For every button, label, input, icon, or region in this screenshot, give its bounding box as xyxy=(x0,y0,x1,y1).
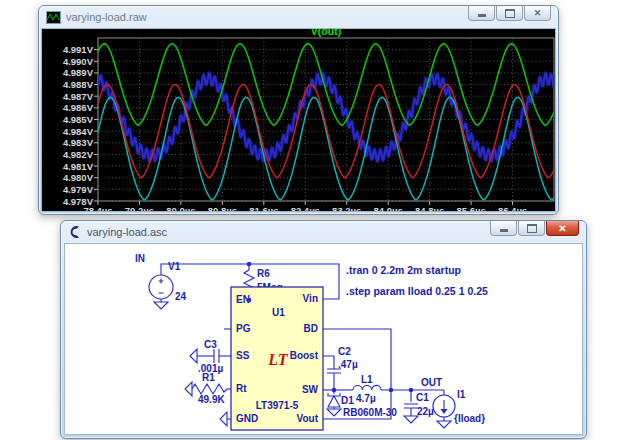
x-tick-label: 78.4µs xyxy=(83,205,112,211)
ic-part-number: LT3971-5 xyxy=(256,400,299,411)
ground-icon xyxy=(190,349,197,363)
svg-text:22µ: 22µ xyxy=(417,406,434,417)
minimize-button[interactable] xyxy=(468,6,495,21)
schematic-canvas[interactable]: IN V1 24 R6 5Meg R5 1Meg C3 .001µ xyxy=(64,243,583,435)
x-tick-label: 82.4µs xyxy=(291,205,320,211)
x-tick-label: 85.6µs xyxy=(456,205,485,211)
ground-icon xyxy=(220,412,227,426)
svg-text:C3: C3 xyxy=(204,339,217,350)
waveform-chart[interactable]: 4.991V4.990V4.989V4.988V4.987V4.986V4.98… xyxy=(42,29,557,211)
pin-boost: Boost xyxy=(290,350,319,361)
x-tick-label: 80.0µs xyxy=(166,205,195,211)
svg-text:49.9K: 49.9K xyxy=(198,394,225,405)
y-tick-label: 4.989V xyxy=(63,67,94,78)
svg-text:C1: C1 xyxy=(416,392,429,403)
pin-vout: Vout xyxy=(297,413,319,424)
spice-directive-tran[interactable]: .tran 0 2.2m 2m startup xyxy=(346,264,461,276)
svg-text:RB060M-30: RB060M-30 xyxy=(343,407,397,418)
y-tick-label: 4.979V xyxy=(63,184,94,195)
y-tick-label: 4.984V xyxy=(63,126,94,137)
waveform-file-icon xyxy=(46,11,61,24)
current-source-i1[interactable]: I1 {Iload} xyxy=(433,389,485,428)
svg-text:R1: R1 xyxy=(202,372,215,383)
schematic-window: varying-load.asc ✕ xyxy=(60,220,587,439)
svg-text:C2: C2 xyxy=(338,346,351,357)
y-tick-label: 4.981V xyxy=(63,161,94,172)
svg-text:{Iload}: {Iload} xyxy=(454,413,485,424)
ground-icon xyxy=(404,416,418,423)
x-tick-label: 83.2µs xyxy=(332,205,361,211)
waveform-window-title: varying-load.raw xyxy=(66,11,147,23)
schematic-titlebar[interactable]: varying-load.asc ✕ xyxy=(61,221,586,243)
pin-rt: Rt xyxy=(236,383,247,394)
lt-logo: LT xyxy=(267,351,288,368)
y-tick-label: 4.991V xyxy=(63,44,94,55)
svg-text:R6: R6 xyxy=(257,268,270,279)
resistor-r1[interactable]: R1 49.9K xyxy=(185,372,227,405)
ground-icon xyxy=(154,302,168,309)
pin-vin: Vin xyxy=(303,293,318,304)
ground-icon xyxy=(327,409,341,416)
ground-icon xyxy=(185,382,192,396)
capacitor-c1[interactable]: C1 22µ xyxy=(404,392,434,423)
x-tick-label: 79.2µs xyxy=(125,205,154,211)
waveform-plot-area[interactable]: 4.991V4.990V4.989V4.988V4.987V4.986V4.98… xyxy=(41,28,556,212)
ground-icon xyxy=(437,421,451,428)
svg-text:I1: I1 xyxy=(457,389,466,400)
ic-refdes: U1 xyxy=(272,307,285,318)
svg-text:4.7µ: 4.7µ xyxy=(356,393,376,404)
capacitor-c2[interactable]: C2 .47µ xyxy=(327,346,358,373)
spice-directive-step[interactable]: .step param Iload 0.25 1 0.25 xyxy=(346,285,488,297)
trace-legend-label[interactable]: V(out) xyxy=(311,29,341,37)
minimize-button[interactable] xyxy=(490,221,517,236)
y-tick-label: 4.980V xyxy=(63,172,94,183)
ltspice-schematic-icon xyxy=(68,225,82,239)
y-tick-label: 4.982V xyxy=(63,149,94,160)
waveform-window: varying-load.raw ✕ 4.991V4.990V4.989V4.9… xyxy=(38,5,559,215)
svg-text:V1: V1 xyxy=(168,261,181,272)
schematic-window-title: varying-load.asc xyxy=(87,226,167,238)
node-label-out: OUT xyxy=(421,377,442,388)
inductor-l1[interactable]: L1 4.7µ xyxy=(353,374,381,404)
maximize-button[interactable] xyxy=(496,6,523,21)
x-tick-label: 81.6µs xyxy=(249,205,278,211)
maximize-button[interactable] xyxy=(518,221,545,236)
pin-ss: SS xyxy=(236,350,250,361)
pin-pg: PG xyxy=(236,323,251,334)
svg-text:D1: D1 xyxy=(341,395,354,406)
x-tick-label: 80.8µs xyxy=(208,205,237,211)
waveform-traces xyxy=(98,44,554,200)
svg-text:24: 24 xyxy=(175,291,187,302)
y-tick-label: 4.985V xyxy=(63,114,94,125)
arrow-down-icon xyxy=(441,409,448,414)
y-tick-label: 4.986V xyxy=(63,102,94,113)
y-tick-label: 4.983V xyxy=(63,137,94,148)
ic-u1-lt3971[interactable]: EN PG SS Rt GND Vin BD Boost SW Vout U1 … xyxy=(231,287,323,430)
close-button[interactable]: ✕ xyxy=(524,6,551,21)
x-tick-label: 84.8µs xyxy=(415,205,444,211)
x-tick-label: 86.4µs xyxy=(498,205,527,211)
y-tick-label: 4.987V xyxy=(63,91,94,102)
trace-v-out-step-2-iload-0-5- xyxy=(98,73,554,161)
waveform-titlebar[interactable]: varying-load.raw ✕ xyxy=(39,6,558,28)
close-button[interactable]: ✕ xyxy=(546,221,579,236)
svg-text:L1: L1 xyxy=(361,374,373,385)
x-tick-label: 84.0µs xyxy=(374,205,403,211)
pin-sw: SW xyxy=(302,384,319,395)
node-label-in: IN xyxy=(135,253,145,264)
y-tick-label: 4.990V xyxy=(63,56,94,67)
y-tick-label: 4.988V xyxy=(63,79,94,90)
svg-text:.47µ: .47µ xyxy=(338,359,358,370)
pin-gnd: GND xyxy=(236,413,258,424)
pin-bd: BD xyxy=(304,323,318,334)
